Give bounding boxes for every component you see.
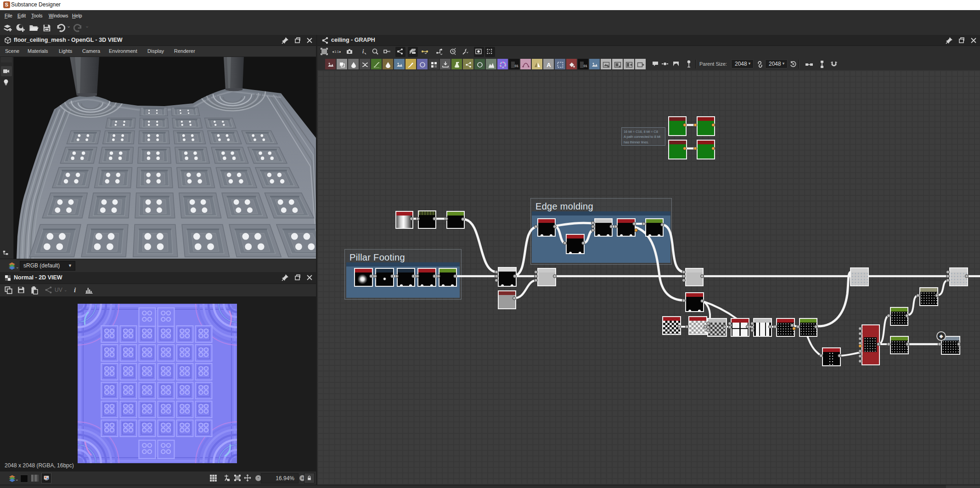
svg-text:A: A [546, 62, 551, 68]
svg-text:i: i [362, 48, 364, 55]
svg-text:01: 01 [584, 64, 587, 68]
svg-text:◄1:1►: ◄1:1► [332, 50, 341, 53]
svg-text:01: 01 [515, 64, 518, 68]
